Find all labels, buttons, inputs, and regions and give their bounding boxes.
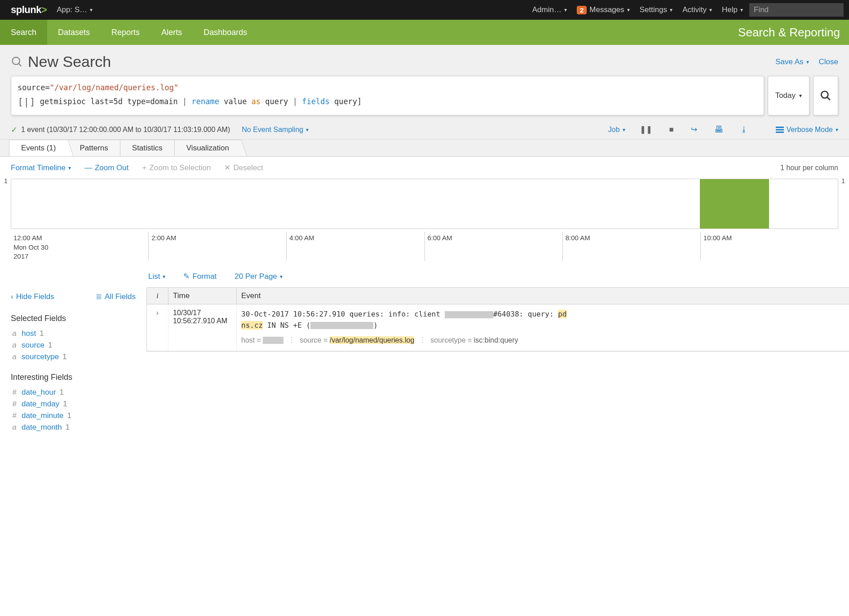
nav-tab-reports[interactable]: Reports [101,20,150,45]
field-type-icon: # [11,388,18,397]
search-input[interactable]: source="/var/log/named/queries.log" [|] … [11,76,764,115]
field-count: 1 [62,352,66,361]
field-type-icon: a [11,341,18,350]
field-count: 1 [48,341,52,350]
admin-menu[interactable]: Admin… ▾ [532,5,567,14]
field-row[interactable]: ahost1 [11,328,136,339]
all-fields-button[interactable]: ≣ All Fields [96,292,136,301]
field-row[interactable]: asource1 [11,339,136,351]
chevron-down-icon: ▾ [163,273,165,280]
pause-icon[interactable]: ❚❚ [637,125,655,134]
pencil-icon: ✎ [183,272,190,281]
field-row[interactable]: adate_month1 [11,422,136,433]
expand-event-button[interactable]: › [147,304,168,350]
timeline-tick: 4:00 AM [286,232,424,261]
event-raw[interactable]: 30-Oct-2017 10:56:27.910 queries: info: … [237,304,849,350]
close-button[interactable]: Close [819,57,838,66]
chevron-right-icon: › [156,309,159,317]
column-header-info[interactable]: i [147,288,168,304]
settings-menu[interactable]: Settings ▾ [640,5,672,14]
nav-tab-search[interactable]: Search [0,20,47,45]
field-count: 1 [60,388,64,397]
field-row[interactable]: #date_minute1 [11,410,136,422]
field-count: 1 [40,329,44,338]
per-page-menu[interactable]: 20 Per Page ▾ [234,272,283,281]
timeline-bar[interactable] [700,179,769,229]
chevron-down-icon: ▾ [68,165,71,171]
format-events-button[interactable]: ✎ Format [183,272,217,281]
deselect-button: ✕ Deselect [224,163,263,172]
share-icon[interactable]: ↪ [688,125,700,134]
column-header-time[interactable]: Time [168,288,237,304]
event-sampling-menu[interactable]: No Event Sampling ▾ [242,126,309,134]
help-menu[interactable]: Help ▾ [722,5,743,14]
timeline-tick: 10:00 AM [700,232,838,261]
timeline-tick: 12:00 AMMon Oct 302017 [11,232,148,261]
timeline-y-left: 1 [4,177,8,185]
chevron-left-icon: ‹ [11,292,13,301]
app-selector[interactable]: App: S… ▾ [57,5,93,14]
app-title: Search & Reporting [729,20,849,45]
zoom-out-button[interactable]: — Zoom Out [84,163,129,172]
search-mode-menu[interactable]: Verbose Mode ▾ [776,126,838,134]
chevron-down-icon: ▾ [627,7,630,13]
field-row[interactable]: #date_hour1 [11,387,136,398]
field-row[interactable]: #date_mday1 [11,398,136,410]
bracket-icon: [|] [18,94,35,110]
field-name[interactable]: date_mday [22,400,59,409]
events-table: i Time Event › 10/30/17 10:56:27.910 AM … [146,287,849,351]
print-icon[interactable]: 🖶 [712,124,726,135]
svg-line-3 [827,97,830,100]
list-display-menu[interactable]: List ▾ [148,272,165,281]
save-as-button[interactable]: Save As ▾ [775,57,809,66]
nav-tab-datasets[interactable]: Datasets [47,20,101,45]
job-menu[interactable]: Job ▾ [608,126,625,134]
chevron-down-icon: ▾ [799,92,802,99]
chevron-down-icon: ▾ [806,59,809,65]
field-name[interactable]: sourcetype [22,352,59,361]
field-name[interactable]: date_minute [22,411,64,420]
tab-statistics[interactable]: Statistics [120,140,175,156]
logo[interactable]: splunk> [11,4,47,16]
svg-point-0 [13,57,20,64]
chevron-down-icon: ▾ [306,127,309,133]
field-row[interactable]: asourcetype1 [11,351,136,363]
timeline-y-right: 1 [841,177,845,185]
search-button[interactable] [813,76,838,115]
page-header: New Search Save As ▾ Close [0,45,849,76]
chevron-down-icon: ▾ [90,7,93,13]
timeline-chart[interactable]: 1 1 [11,179,838,229]
minus-icon: — [84,163,92,172]
chevron-down-icon: ▾ [836,127,838,133]
format-timeline-menu[interactable]: Format Timeline ▾ [11,163,71,172]
field-name[interactable]: source [22,341,44,350]
field-name[interactable]: host [22,329,36,338]
messages-menu[interactable]: 2Messages ▾ [577,5,630,14]
results-tabs: Events (1) Patterns Statistics Visualiza… [0,140,849,156]
tab-patterns[interactable]: Patterns [67,140,120,156]
time-range-picker[interactable]: Today ▾ [768,76,809,115]
svg-rect-5 [776,129,784,130]
stop-icon[interactable]: ■ [667,125,677,134]
svg-rect-6 [776,132,784,133]
nav-tab-alerts[interactable]: Alerts [150,20,193,45]
field-name[interactable]: date_hour [22,388,56,397]
tab-visualization[interactable]: Visualization [174,140,241,156]
field-count: 1 [66,423,70,432]
nav-tab-dashboards[interactable]: Dashboards [193,20,258,45]
field-count: 1 [63,400,67,409]
download-icon[interactable]: ⭳ [738,125,751,134]
find-input[interactable]: Find [749,3,844,17]
field-name[interactable]: date_month [22,423,62,432]
page-title: New Search [11,53,111,70]
status-text: 1 event (10/30/17 12:00:00.000 AM to 10/… [21,126,230,134]
chevron-down-icon: ▾ [740,7,743,13]
chevron-down-icon: ▾ [564,7,567,13]
tab-events[interactable]: Events (1) [9,140,68,156]
search-icon [11,56,23,68]
hide-fields-button[interactable]: ‹ Hide Fields [11,292,54,301]
check-icon: ✓ [11,125,18,135]
search-icon [820,90,831,101]
activity-menu[interactable]: Activity ▾ [682,5,712,14]
column-header-event[interactable]: Event [237,288,849,304]
